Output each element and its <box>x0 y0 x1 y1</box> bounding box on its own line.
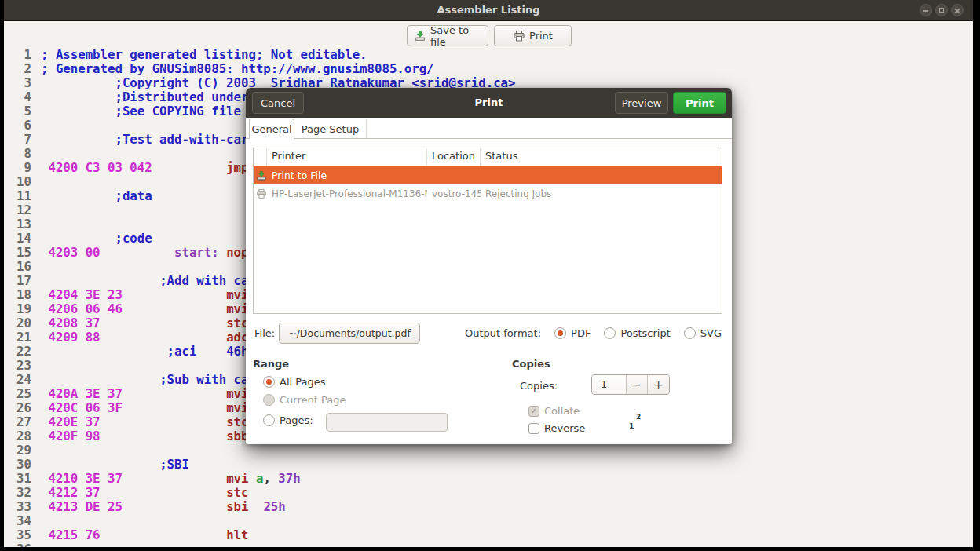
output-format-option-svg[interactable]: SVG <box>684 327 722 339</box>
close-icon[interactable] <box>951 4 964 16</box>
output-format-option-pdf[interactable]: PDF <box>554 327 591 339</box>
range-option-pages-[interactable]: Pages: <box>263 414 313 426</box>
code-line: 36 <box>4 542 973 547</box>
collate-checkbox[interactable]: ✓ <box>528 406 539 417</box>
code-text: 4208 37 stc <box>41 316 248 330</box>
save-to-file-label: Save to file <box>430 24 481 48</box>
code-text: 420A 3E 37 mvi <box>41 387 248 401</box>
output-format-row: Output format: PDFPostscriptSVG <box>465 323 722 344</box>
code-text: 4204 3E 23 mvi <box>41 288 248 302</box>
print-button-label: Print <box>529 30 553 42</box>
code-line: 31 4210 3E 37 mvi a, 37h <box>4 472 973 486</box>
minimize-icon[interactable] <box>920 4 932 16</box>
line-number: 1 <box>8 48 31 62</box>
file-output-button[interactable]: ~/Documents/output.pdf <box>279 323 420 344</box>
titlebar: Assembler Listing <box>4 0 973 21</box>
output-format-option-postscript[interactable]: Postscript <box>604 327 670 339</box>
printer-status: Rejecting Jobs <box>481 188 722 199</box>
printer-list: Printer Location Status Print to FileHP-… <box>253 148 722 314</box>
radio-label: Current Page <box>280 394 346 406</box>
save-to-file-button[interactable]: Save to file <box>407 25 488 46</box>
collate-preview-page-2: 2 <box>636 413 641 421</box>
line-number: 10 <box>8 175 31 189</box>
reverse-checkbox[interactable] <box>528 423 539 434</box>
save-icon <box>414 30 426 42</box>
code-text: ; Assembler generated listing; Not edita… <box>41 48 368 62</box>
line-number: 36 <box>8 542 31 547</box>
code-text: ;Distributed under <box>41 90 248 104</box>
code-text: ;data <box>41 189 152 203</box>
status-column-header[interactable]: Status <box>481 148 722 166</box>
copies-increment-button[interactable]: + <box>647 375 669 394</box>
line-number: 14 <box>8 232 31 246</box>
line-number: 22 <box>8 345 31 359</box>
line-number: 13 <box>8 217 31 232</box>
collate-checkbox-row: ✓ Collate <box>528 405 580 417</box>
code-line: 29 <box>4 443 973 458</box>
code-text: 4213 DE 25 sbi 25h <box>41 500 286 514</box>
code-text: ;Sub with carry <box>41 373 271 387</box>
code-text: 4210 3E 37 mvi a, 37h <box>41 472 301 486</box>
radio-icon <box>604 327 616 339</box>
dialog-print-button[interactable]: Print <box>673 92 726 114</box>
code-text: 420C 06 3F mvi <box>41 401 248 415</box>
printer-icon-column-header <box>254 148 267 166</box>
code-text: ;SBI <box>41 458 189 472</box>
radio-icon <box>554 327 566 339</box>
line-number: 35 <box>8 528 31 542</box>
printer-icon <box>513 30 525 42</box>
preview-button[interactable]: Preview <box>615 92 668 114</box>
pages-input[interactable] <box>326 413 448 432</box>
line-number: 5 <box>8 104 31 119</box>
code-line: 1; Assembler generated listing; Not edit… <box>4 48 973 62</box>
window-controls <box>920 4 964 16</box>
radio-icon <box>263 414 275 426</box>
tab-general[interactable]: General <box>249 119 294 140</box>
code-text: 420F 98 sbb <box>41 429 248 443</box>
tab-page-setup[interactable]: Page Setup <box>294 119 367 138</box>
line-number: 23 <box>8 359 31 373</box>
code-line: 30 ;SBI <box>4 458 973 472</box>
tab-general-label: General <box>251 123 291 135</box>
collate-label: Collate <box>544 405 580 417</box>
line-number: 29 <box>8 443 31 458</box>
radio-icon <box>684 327 696 339</box>
tab-page-setup-label: Page Setup <box>302 123 359 135</box>
print-dialog-headerbar: Cancel Print Preview Print <box>246 88 732 118</box>
line-number: 3 <box>8 76 31 90</box>
copies-value[interactable]: 1 <box>592 375 626 394</box>
line-number: 17 <box>8 274 31 288</box>
range-option-current-page[interactable]: Current Page <box>263 394 346 406</box>
code-text: 4209 88 adc <box>41 330 248 345</box>
line-number: 34 <box>8 514 31 528</box>
radio-label: All Pages <box>280 376 326 388</box>
code-text: 4200 C3 03 042 jmp <box>41 161 248 175</box>
copies-label: Copies: <box>520 380 558 392</box>
copies-stepper: 1 − + <box>591 374 670 395</box>
code-line: 33 4213 DE 25 sbi 25h <box>4 500 973 514</box>
radio-label: Pages: <box>280 414 313 426</box>
maximize-icon[interactable] <box>935 4 948 16</box>
line-number: 8 <box>8 147 31 161</box>
code-line: 35 4215 76 hlt <box>4 528 973 542</box>
print-button[interactable]: Print <box>494 25 572 46</box>
range-section-title: Range <box>253 358 289 370</box>
line-number: 9 <box>8 161 31 175</box>
copies-decrement-button[interactable]: − <box>626 375 648 394</box>
code-text: ;Test add-with-carry <box>41 133 263 147</box>
printer-row-print-to-file[interactable]: Print to File <box>254 166 722 184</box>
range-option-all-pages[interactable]: All Pages <box>263 376 326 388</box>
printer-column-header[interactable]: Printer <box>267 148 427 166</box>
line-number: 6 <box>8 119 31 133</box>
line-number: 21 <box>8 330 31 345</box>
copies-section-title: Copies <box>512 358 550 370</box>
printer-location: vostro-1450 <box>427 188 481 199</box>
printer-row-hp-laserjet-professional-m1136-mfp[interactable]: HP-LaserJet-Professional-M1136-MFPvostro… <box>254 184 722 203</box>
radio-icon <box>263 394 275 406</box>
reverse-label: Reverse <box>544 422 585 434</box>
code-line: 34 <box>4 514 973 528</box>
location-column-header[interactable]: Location <box>427 148 481 166</box>
line-number: 20 <box>8 316 31 330</box>
window-title: Assembler Listing <box>4 4 973 16</box>
code-text: ;aci 46h <box>41 345 248 359</box>
